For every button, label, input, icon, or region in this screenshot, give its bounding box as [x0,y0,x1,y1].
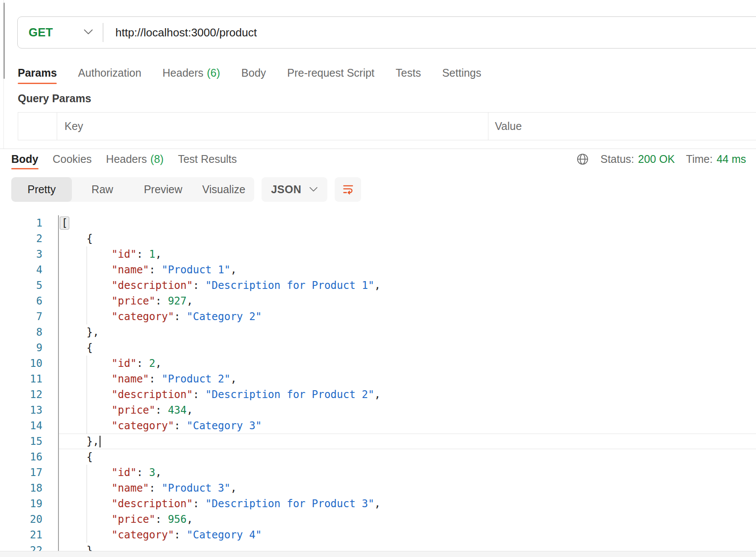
code-line-content: "description": "Description for Product … [58,387,756,402]
indent-guide [87,293,112,309]
response-header-row: BodyCookiesHeaders(8)Test Results Status… [11,149,746,169]
indent-space [61,402,87,418]
token-k: "description" [112,389,193,401]
token-p: [ [61,217,68,229]
url-bar-divider [103,23,103,42]
response-meta: Status: 200 OK Time: 44 ms [576,152,746,166]
code-line: 10"id": 2, [0,356,756,371]
format-dropdown[interactable]: JSON [262,177,327,202]
indent-guide [87,512,112,527]
indent-space [61,293,87,309]
tab-label: Settings [442,67,481,79]
token-n: 3 [149,466,155,479]
tab-label: Pre-request Script [287,67,374,79]
request-tab-settings[interactable]: Settings [442,62,481,84]
code-line: 2{ [0,231,756,246]
request-tab-pre-request-script[interactable]: Pre-request Script [287,62,374,84]
indent-guide [87,262,112,278]
line-number: 9 [0,342,42,354]
matching-bracket-highlight: [ [60,217,69,230]
view-mode-raw[interactable]: Raw [72,177,132,202]
param-value-cell[interactable]: Value [488,113,756,140]
indent-guide [87,496,112,512]
response-tab-test-results[interactable]: Test Results [178,149,237,169]
tab-label: Body [11,153,39,165]
indent-space [61,231,87,246]
code-line: 22} [0,543,756,551]
response-tab-headers[interactable]: Headers(8) [106,149,164,169]
token-p: }, [87,326,99,338]
request-tabs: ParamsAuthorizationHeaders(6)BodyPre-req… [18,62,481,84]
token-s: "Category 4" [187,529,262,541]
code-line: 14"category": "Category 3" [0,418,756,434]
code-line-content: "description": "Description for Product … [58,496,756,512]
text-wrap-icon [342,182,355,197]
format-label: JSON [271,183,301,196]
view-mode-pretty[interactable]: Pretty [11,177,72,202]
token-k: "description" [112,279,193,291]
query-params-title: Query Params [18,92,91,105]
line-number: 2 [0,233,42,245]
token-p: , [187,295,193,307]
code-line-content: "id": 1, [58,246,756,262]
wrap-text-button[interactable] [335,177,361,202]
code-line-content: [ [58,215,756,231]
indent-space [61,371,87,387]
indent-space [61,449,87,465]
tab-label: Body [241,67,266,79]
indent-space [61,496,87,512]
token-p: : [193,498,205,510]
request-tab-tests[interactable]: Tests [396,62,421,84]
method-selector[interactable]: GET [18,26,103,39]
indent-space [61,246,87,262]
code-line-content: "category": "Category 3" [58,418,756,434]
code-line: 9{ [0,340,756,356]
tab-label: Headers [106,153,147,165]
globe-icon[interactable] [576,152,589,166]
response-tab-body[interactable]: Body [11,149,39,169]
token-p: , [187,513,193,525]
line-number: 5 [0,279,42,291]
request-tab-body[interactable]: Body [241,62,266,84]
time-value: 44 ms [717,153,746,165]
view-mode-visualize[interactable]: Visualize [194,177,254,202]
request-tab-headers[interactable]: Headers(6) [162,62,220,84]
request-url-bar: GET http://localhost:3000/product [17,16,756,49]
indent-guide [87,418,112,434]
indent-space [61,418,87,434]
token-s: "Category 3" [187,420,262,432]
indent-guide [87,465,112,480]
param-select-column[interactable] [18,113,57,140]
indent-guide [87,246,112,262]
line-number: 1 [0,217,42,229]
param-key-cell[interactable]: Key [57,113,488,140]
line-number: 14 [0,420,42,432]
value-column-header: Value [495,120,522,133]
view-mode-preview[interactable]: Preview [133,177,194,202]
response-tab-cookies[interactable]: Cookies [53,149,92,169]
url-input[interactable]: http://localhost:3000/product [116,26,257,39]
code-line: 21"category": "Category 4" [0,527,756,543]
code-line-content: "description": "Description for Product … [58,278,756,293]
indent-space [61,434,87,449]
token-p: , [374,279,380,291]
request-tab-authorization[interactable]: Authorization [78,62,141,84]
tab-count-badge: (6) [207,67,220,79]
token-p: : [174,311,187,323]
indent-guide [87,480,112,496]
horizontal-scrollbar[interactable] [0,551,756,557]
token-n: 927 [168,295,187,307]
response-tabs: BodyCookiesHeaders(8)Test Results [11,149,237,169]
key-column-header: Key [65,120,83,133]
request-tab-params[interactable]: Params [18,62,57,84]
line-number: 3 [0,248,42,260]
line-number: 10 [0,357,42,369]
tab-label: Cookies [53,153,92,165]
indent-space [61,262,87,278]
token-n: 2 [149,357,155,369]
token-p: { [87,233,93,245]
chevron-down-icon [309,186,318,194]
code-line: 16{ [0,449,756,465]
pane-scrollbar-thumb[interactable] [3,3,5,79]
tab-label: Headers [162,67,204,79]
